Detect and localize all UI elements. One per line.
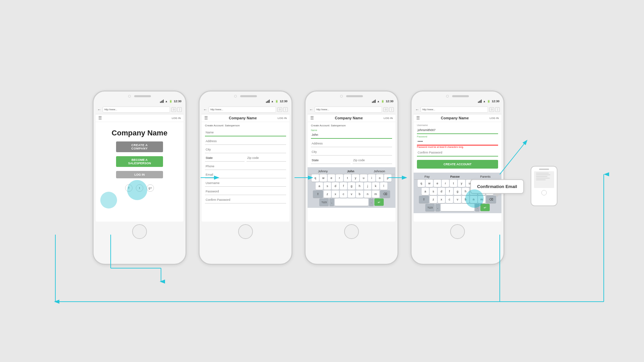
p4-key-e[interactable]: e bbox=[434, 180, 441, 187]
key-d[interactable]: d bbox=[332, 182, 339, 190]
key-c[interactable]: c bbox=[340, 190, 347, 198]
log-in-button[interactable]: LOG IN bbox=[116, 171, 163, 178]
phone3-url-bar[interactable]: http://www... bbox=[315, 107, 382, 113]
key-j[interactable]: j bbox=[364, 182, 371, 190]
key-y[interactable]: y bbox=[352, 174, 359, 182]
key-w[interactable]: w bbox=[320, 174, 327, 182]
p4-key-y[interactable]: y bbox=[458, 180, 465, 187]
phone2-browser-icon1[interactable]: □ bbox=[277, 107, 282, 112]
phone2-name-field[interactable] bbox=[205, 129, 286, 136]
phone1-browser-icon1[interactable]: □ bbox=[171, 107, 176, 112]
phone4-browser-icon1[interactable]: □ bbox=[489, 107, 494, 112]
p4-key-s[interactable]: s bbox=[430, 188, 437, 195]
p4-key-g[interactable]: g bbox=[454, 188, 461, 195]
key-h[interactable]: h bbox=[356, 182, 363, 190]
key-shift[interactable]: ⇧ bbox=[313, 190, 323, 198]
phone4-menu-icon[interactable]: ☰ bbox=[416, 116, 420, 120]
p4-key-enter[interactable]: ↵ bbox=[480, 204, 490, 211]
phone3-home-button[interactable] bbox=[344, 224, 359, 239]
phone3-address-field[interactable] bbox=[311, 140, 392, 147]
become-salesperson-button[interactable]: BECOME A SALESPERSON bbox=[116, 156, 163, 167]
key-s[interactable]: s bbox=[324, 182, 331, 190]
phone1-login-btn[interactable]: LOG IN bbox=[172, 117, 181, 120]
key-m[interactable]: m bbox=[372, 190, 379, 198]
p4-key-x[interactable]: x bbox=[438, 196, 445, 203]
p4-key-comma[interactable]: , bbox=[435, 204, 440, 211]
key-k[interactable]: k bbox=[372, 182, 379, 190]
phone3-login-btn[interactable]: LOG IN bbox=[384, 117, 393, 120]
key-delete[interactable]: ⌫ bbox=[380, 190, 390, 198]
twitter-icon[interactable]: t bbox=[136, 184, 143, 192]
create-account-button[interactable]: CREATE ACCOUNT bbox=[417, 160, 498, 169]
phone2-state-field[interactable]: State bbox=[205, 155, 245, 162]
p4-key-a[interactable]: a bbox=[422, 188, 429, 195]
phone3-browser-icon2[interactable]: ⋮ bbox=[389, 107, 394, 112]
phone2-menu-icon[interactable]: ☰ bbox=[204, 116, 208, 120]
key-p[interactable]: p bbox=[384, 174, 391, 182]
key-v[interactable]: v bbox=[348, 190, 355, 198]
facebook-icon[interactable]: f bbox=[125, 184, 132, 192]
phone4-login-btn[interactable]: LOG IN bbox=[490, 117, 499, 120]
phone2-back-btn[interactable]: ← bbox=[203, 107, 207, 112]
key-e[interactable]: e bbox=[328, 174, 335, 182]
phone3-browser-icon1[interactable]: □ bbox=[383, 107, 388, 112]
p4-key-q[interactable]: q bbox=[418, 180, 425, 187]
key-a[interactable]: a bbox=[316, 182, 323, 190]
suggestion-passw[interactable]: Passw bbox=[450, 175, 460, 178]
suggestion-johnson[interactable]: Johnson bbox=[374, 170, 385, 173]
phone2-city-field[interactable] bbox=[205, 146, 286, 153]
phone3-name-field[interactable] bbox=[311, 131, 392, 139]
phone2-home-button[interactable] bbox=[238, 224, 253, 239]
phone1-menu-icon[interactable]: ☰ bbox=[98, 116, 102, 120]
key-123[interactable]: ?123 bbox=[319, 198, 329, 206]
key-u[interactable]: u bbox=[360, 174, 367, 182]
phone1-home-button[interactable] bbox=[132, 224, 147, 239]
phone1-url-bar[interactable]: http://www... bbox=[103, 107, 170, 113]
phone4-back-btn[interactable]: ← bbox=[415, 107, 419, 112]
google-plus-icon[interactable]: g+ bbox=[147, 184, 154, 192]
phone1-browser-icon2[interactable]: ⋮ bbox=[177, 107, 182, 112]
phone2-zip-field[interactable] bbox=[247, 155, 286, 162]
phone3-menu-icon[interactable]: ☰ bbox=[310, 116, 314, 120]
phone2-email-field[interactable] bbox=[205, 171, 286, 178]
key-z[interactable]: z bbox=[324, 190, 331, 198]
create-company-button[interactable]: CREATE A COMPANY bbox=[116, 141, 163, 152]
key-comma[interactable]: , bbox=[329, 198, 334, 206]
p4-key-d[interactable]: d bbox=[438, 188, 445, 195]
phone4-home-button[interactable] bbox=[450, 224, 465, 239]
p4-key-w[interactable]: w bbox=[426, 180, 433, 187]
key-o[interactable]: o bbox=[376, 174, 383, 182]
key-t[interactable]: t bbox=[344, 174, 351, 182]
p4-key-r[interactable]: r bbox=[442, 180, 449, 187]
phone2-username-field[interactable] bbox=[205, 180, 286, 187]
key-f[interactable]: f bbox=[340, 182, 347, 190]
suggestion-john[interactable]: John bbox=[347, 170, 355, 173]
phone2-phone-field[interactable] bbox=[205, 163, 286, 170]
suggestion-parents[interactable]: Parents bbox=[480, 175, 490, 178]
key-q[interactable]: q bbox=[312, 174, 319, 182]
phone3-city-field[interactable] bbox=[311, 148, 392, 156]
p4-key-123[interactable]: ?123 bbox=[425, 204, 435, 211]
key-space[interactable] bbox=[335, 198, 368, 206]
phone4-confirm-password-field[interactable] bbox=[417, 149, 498, 157]
phone3-state-field[interactable]: State bbox=[311, 157, 351, 164]
key-r[interactable]: r bbox=[336, 174, 343, 182]
phone2-password-field[interactable] bbox=[205, 188, 286, 195]
phone3-back-btn[interactable]: ← bbox=[309, 107, 313, 112]
phone2-address-field[interactable] bbox=[205, 138, 286, 145]
phone3-zip-field[interactable] bbox=[353, 157, 392, 164]
phone2-url-bar[interactable]: http://www... bbox=[209, 107, 276, 113]
key-x[interactable]: x bbox=[332, 190, 339, 198]
key-g[interactable]: g bbox=[348, 182, 355, 190]
key-i[interactable]: i bbox=[368, 174, 375, 182]
key-l[interactable]: l bbox=[380, 182, 387, 190]
p4-key-v[interactable]: v bbox=[454, 196, 461, 203]
key-enter[interactable]: ↵ bbox=[374, 198, 384, 206]
phone4-username-field[interactable] bbox=[417, 127, 498, 134]
phone2-login-btn[interactable]: LOG IN bbox=[278, 117, 287, 120]
p4-key-t[interactable]: t bbox=[450, 180, 457, 187]
phone2-browser-icon2[interactable]: ⋮ bbox=[283, 107, 288, 112]
phone4-password-field[interactable] bbox=[417, 138, 498, 145]
key-n[interactable]: n bbox=[364, 190, 371, 198]
phone4-url-bar[interactable]: http://www... bbox=[421, 107, 488, 113]
